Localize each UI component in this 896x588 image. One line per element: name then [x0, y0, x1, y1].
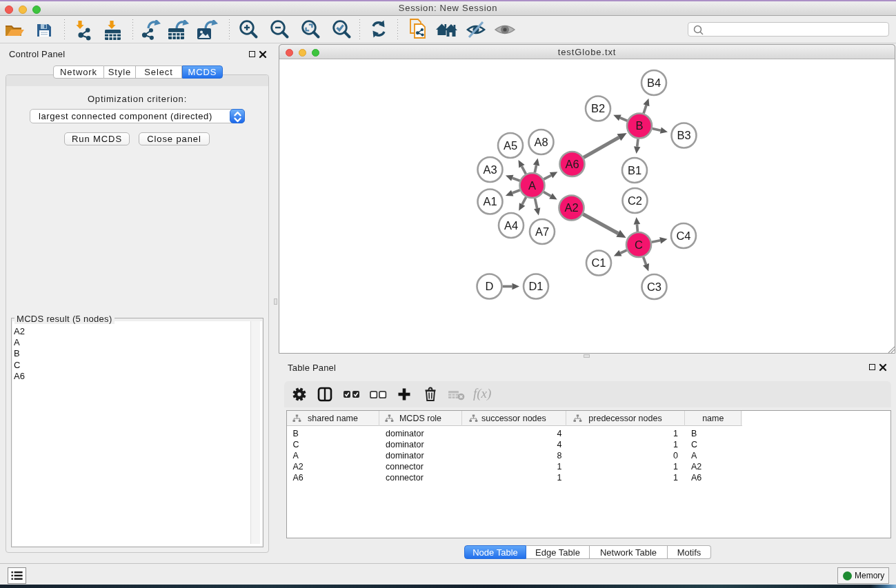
- svg-text:C3: C3: [647, 281, 661, 293]
- svg-text:A5: A5: [504, 139, 517, 152]
- svg-text:A7: A7: [535, 225, 549, 238]
- svg-text:A3: A3: [483, 163, 497, 176]
- svg-text:A: A: [528, 179, 536, 192]
- svg-text:B3: B3: [677, 129, 690, 141]
- svg-text:C: C: [635, 239, 643, 251]
- svg-text:B4: B4: [647, 77, 661, 89]
- svg-text:D: D: [486, 280, 494, 292]
- svg-text:A8: A8: [534, 136, 548, 148]
- svg-text:C4: C4: [676, 230, 690, 242]
- svg-text:C1: C1: [591, 256, 606, 269]
- svg-text:A2: A2: [564, 201, 578, 214]
- svg-text:A1: A1: [483, 195, 497, 207]
- svg-text:A4: A4: [504, 219, 518, 232]
- svg-text:D1: D1: [528, 280, 543, 292]
- svg-text:A6: A6: [565, 158, 579, 170]
- svg-text:B: B: [635, 119, 643, 132]
- svg-text:C2: C2: [628, 194, 642, 207]
- svg-text:B2: B2: [591, 102, 605, 114]
- svg-text:B1: B1: [628, 164, 641, 176]
